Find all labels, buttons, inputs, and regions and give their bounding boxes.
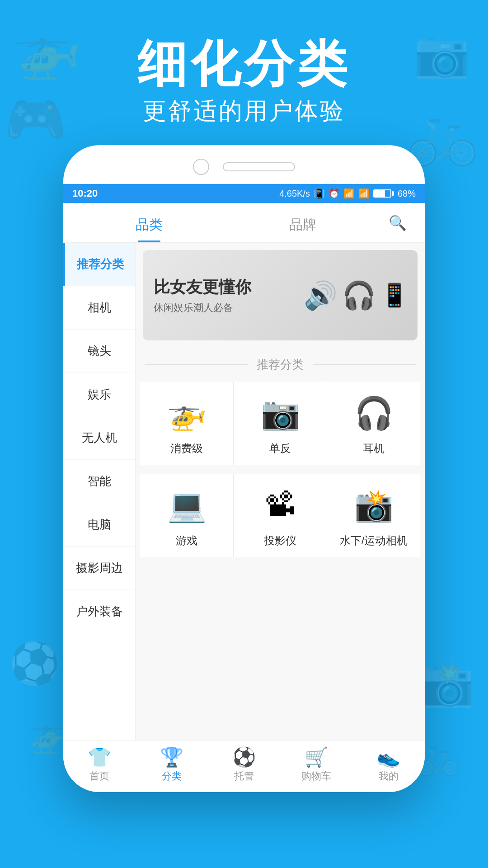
- cart-icon: 🛒: [305, 748, 328, 767]
- sidebar-item-recommended[interactable]: 推荐分类: [63, 243, 135, 286]
- content-area: 比女友更懂你 休闲娱乐潮人必备 🔊 🎧 📱 推荐分类 🚁 消: [136, 243, 425, 740]
- banner-products: 🔊 🎧 📱: [304, 279, 408, 311]
- phone-speaker: [223, 162, 295, 171]
- battery-indicator: [373, 189, 394, 198]
- banner[interactable]: 比女友更懂你 休闲娱乐潮人必备 🔊 🎧 📱: [143, 250, 418, 340]
- search-button[interactable]: 🔍: [380, 205, 416, 241]
- action-cam-image: 📸: [351, 483, 396, 528]
- section-divider-left: [145, 364, 248, 365]
- product-grid-row1: 🚁 消费级 📷 单反 🎧 耳机: [140, 382, 420, 465]
- section-divider-right: [313, 364, 416, 365]
- nav-profile-label: 我的: [379, 769, 399, 783]
- nav-manage-label: 托管: [234, 769, 254, 783]
- manage-icon: ⚽: [232, 748, 256, 767]
- tab-brand[interactable]: 品牌: [226, 203, 380, 242]
- profile-icon: 👟: [377, 748, 400, 767]
- category-icon: 🏆: [160, 748, 183, 767]
- alarm-icon: ⏰: [328, 188, 340, 199]
- status-bar: 10:20 4.65K/s 📳 ⏰ 📶 📶 68%: [63, 184, 425, 203]
- projector-label: 投影仪: [264, 533, 296, 548]
- nav-category-label: 分类: [162, 769, 182, 783]
- product-headphone[interactable]: 🎧 耳机: [327, 382, 420, 465]
- section-title: 推荐分类: [257, 357, 304, 373]
- action-cam-label: 水下/运动相机: [340, 533, 408, 548]
- main-content: 推荐分类 相机 镜头 娱乐 无人机 智能 电脑 摄影周边 户外装备 比女友更懂你…: [63, 243, 425, 740]
- sidebar-item-camera[interactable]: 相机: [63, 286, 135, 330]
- nav-manage[interactable]: ⚽ 托管: [208, 748, 280, 783]
- bottom-nav: 👕 首页 🏆 分类 ⚽ 托管 🛒 购物车 👟 我的: [63, 740, 425, 792]
- sidebar-item-outdoor[interactable]: 户外装备: [63, 590, 135, 633]
- phone-mockup: 10:20 4.65K/s 📳 ⏰ 📶 📶 68% 品类 品牌 🔍 推荐分类 相…: [63, 145, 425, 792]
- phone-camera: [193, 159, 209, 175]
- nav-home[interactable]: 👕 首页: [63, 748, 136, 783]
- battery-pct: 68%: [398, 189, 416, 199]
- hero-subtitle: 更舒适的用户体验: [0, 95, 488, 127]
- sidebar-item-entertainment[interactable]: 娱乐: [63, 373, 135, 416]
- sidebar-item-photo-accessories[interactable]: 摄影周边: [63, 547, 135, 590]
- signal-icon: 📶: [358, 188, 370, 199]
- sidebar-item-drone[interactable]: 无人机: [63, 416, 135, 460]
- banner-headphone-icon: 🎧: [342, 279, 376, 311]
- tab-category[interactable]: 品类: [72, 203, 226, 242]
- banner-text: 比女友更懂你 休闲娱乐潮人必备: [143, 267, 262, 324]
- banner-device-icon: 📱: [380, 282, 408, 308]
- status-right: 4.65K/s 📳 ⏰ 📶 📶 68%: [279, 188, 416, 199]
- consumer-drone-image: 🚁: [164, 391, 209, 436]
- tabs-bar: 品类 品牌 🔍: [63, 203, 425, 243]
- product-dslr[interactable]: 📷 单反: [234, 382, 327, 465]
- headphone-image: 🎧: [351, 391, 396, 436]
- sidebar-item-computer[interactable]: 电脑: [63, 503, 135, 547]
- sidebar-item-smart[interactable]: 智能: [63, 460, 135, 503]
- consumer-drone-label: 消费级: [170, 441, 203, 456]
- product-action-cam[interactable]: 📸 水下/运动相机: [327, 474, 420, 557]
- product-consumer-drone[interactable]: 🚁 消费级: [140, 382, 233, 465]
- nav-home-label: 首页: [89, 769, 109, 783]
- wifi-icon: 📶: [343, 188, 355, 199]
- nav-profile[interactable]: 👟 我的: [352, 748, 425, 783]
- gaming-laptop-image: 💻: [164, 483, 209, 528]
- nav-cart-label: 购物车: [301, 769, 331, 783]
- nav-category[interactable]: 🏆 分类: [136, 748, 208, 783]
- banner-subtitle: 休闲娱乐潮人必备: [154, 301, 251, 315]
- hero-title: 细化分类: [0, 36, 488, 91]
- product-projector[interactable]: 📽 投影仪: [234, 474, 327, 557]
- projector-image: 📽: [258, 483, 303, 528]
- gaming-label: 游戏: [176, 533, 197, 548]
- vibrate-icon: 📳: [314, 188, 325, 199]
- dslr-image: 📷: [258, 391, 303, 436]
- dslr-label: 单反: [269, 441, 291, 456]
- banner-speaker-icon: 🔊: [304, 279, 338, 311]
- deco-ball-icon: ⚽: [9, 640, 60, 687]
- headphone-label: 耳机: [363, 441, 385, 456]
- status-time: 10:20: [72, 188, 98, 199]
- banner-title: 比女友更懂你: [154, 276, 251, 298]
- network-speed: 4.65K/s: [279, 189, 310, 199]
- sidebar-item-lens[interactable]: 镜头: [63, 330, 135, 373]
- deco-camera2-icon: 📸: [418, 656, 474, 710]
- product-grid-row2: 💻 游戏 📽 投影仪 📸 水下/运动相机: [140, 474, 420, 557]
- home-icon: 👕: [88, 748, 111, 767]
- sidebar: 推荐分类 相机 镜头 娱乐 无人机 智能 电脑 摄影周边 户外装备: [63, 243, 136, 740]
- section-header: 推荐分类: [136, 348, 425, 382]
- hero-section: 细化分类 更舒适的用户体验: [0, 0, 488, 145]
- nav-cart[interactable]: 🛒 购物车: [280, 748, 352, 783]
- product-gaming[interactable]: 💻 游戏: [140, 474, 233, 557]
- phone-top-bar: [63, 159, 425, 184]
